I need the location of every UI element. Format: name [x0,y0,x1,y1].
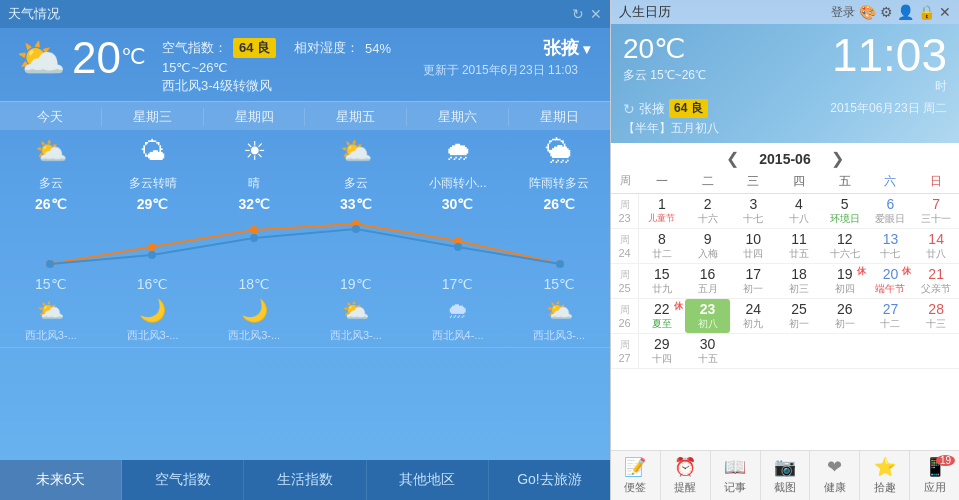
aqi-row: 空气指数： 64 良 相对湿度： 54% [162,38,423,58]
cal-day-next-1[interactable] [730,334,776,368]
lt-dot-2 [250,234,258,242]
tab-life[interactable]: 生活指数 [244,460,366,500]
cal-day-9[interactable]: 9入梅 [685,229,731,263]
tool-reminder[interactable]: ⏰ 提醒 [661,451,711,500]
cal-day-16[interactable]: 16五月 [685,264,731,298]
tab-6days[interactable]: 未来6天 [0,460,122,500]
forecast-low-3: 19℃ [305,276,407,292]
cal-day-1[interactable]: 1儿童节 [639,194,685,228]
cal-time: 11:03 [832,32,947,78]
cal-day-19[interactable]: 19初四休 [822,264,868,298]
close-icon[interactable]: ✕ [590,6,602,22]
weather-tabs: 未来6天 空气指数 生活指数 其他地区 Go!去旅游 [0,460,610,500]
cal-row-4: 周 26 22夏至休 23初八 24初九 25初一 26初一 27十二 28十三 [611,299,959,334]
titlebar-icons: ↻ ✕ [572,6,602,22]
forecast-icon-5: 🌦 [508,136,610,167]
icon-user[interactable]: 👤 [897,4,914,21]
cal-day-7[interactable]: 7三十一 [913,194,959,228]
cal-day-5[interactable]: 5环境日 [822,194,868,228]
weather-info-center: 空气指数： 64 良 相对湿度： 54% 15℃~26℃ 西北风3-4级转微风 [162,36,423,95]
weekday-fri: 五 [822,170,868,193]
cal-day-11[interactable]: 11廿五 [776,229,822,263]
cal-day-24[interactable]: 24初九 [730,299,776,333]
wind-5: 西北风3-... [508,328,610,343]
current-weather: ⛅ 20℃ [16,36,146,80]
week-num-25: 周 25 [611,264,639,298]
cal-refresh-icon[interactable]: ↻ [623,101,635,117]
cal-day-8[interactable]: 8廿二 [639,229,685,263]
wind-3: 西北风3-... [305,328,407,343]
cal-day-23[interactable]: 23初八 [685,299,731,333]
cal-day-15[interactable]: 15廿九 [639,264,685,298]
cal-aqi: 64 良 [669,99,708,118]
cal-day-28[interactable]: 28十三 [913,299,959,333]
weekday-sat: 六 [868,170,914,193]
forecast-desc-3: 多云 [305,175,407,192]
tab-travel[interactable]: Go!去旅游 [489,460,610,500]
cal-day-2[interactable]: 2十六 [685,194,731,228]
icon-lock[interactable]: 🔒 [918,4,935,21]
cal-day-next-3[interactable] [822,334,868,368]
forecast-icon-3: ⛅ [305,136,407,167]
night-icon-1: 🌙 [102,298,204,324]
cal-date: 2015年06月23日 周二 [830,100,947,117]
cal-location: 张掖 [639,100,665,118]
tool-health[interactable]: ❤ 健康 [810,451,860,500]
night-icon-5: ⛅ [508,298,610,324]
cal-day-20[interactable]: 20端午节休 [868,264,914,298]
cal-day-3[interactable]: 3十七 [730,194,776,228]
tool-diary[interactable]: 📖 记事 [711,451,761,500]
forecast-wind-row: 西北风3-... 西北风3-... 西北风3-... 西北风3-... 西北风4… [0,326,610,348]
cal-day-22[interactable]: 22夏至休 [639,299,685,333]
cal-prev-month[interactable]: ❮ [726,149,739,168]
weather-top-row: ⛅ 20℃ 空气指数： 64 良 相对湿度： 54% 15℃~26℃ 西北风3-… [0,28,610,95]
icon-settings[interactable]: ⚙ [880,4,893,21]
week-col-header: 周 [611,170,639,193]
cal-top-main: 20℃ 多云 15℃~26℃ 11:03 时 [623,32,947,95]
cal-next-month[interactable]: ❯ [831,149,844,168]
cal-day-21[interactable]: 21父亲节 [913,264,959,298]
cal-day-17[interactable]: 17初一 [730,264,776,298]
cal-day-29[interactable]: 29十四 [639,334,685,368]
current-temp: 20 [72,33,121,82]
cal-day-25[interactable]: 25初一 [776,299,822,333]
tool-screenshot[interactable]: 📷 截图 [761,451,811,500]
icon-close-cal[interactable]: ✕ [939,4,951,21]
cal-day-30[interactable]: 30十五 [685,334,731,368]
cal-day-14[interactable]: 14廿八 [913,229,959,263]
cal-day-26[interactable]: 26初一 [822,299,868,333]
forecast-day-5: 星期日 [509,108,610,126]
wind-row: 西北风3-4级转微风 [162,77,423,95]
cal-day-13[interactable]: 13十七 [868,229,914,263]
tab-other[interactable]: 其他地区 [367,460,489,500]
cal-day-27[interactable]: 27十二 [868,299,914,333]
cal-day-4[interactable]: 4十八 [776,194,822,228]
humidity-label: 相对湿度： [294,39,359,57]
cal-day-10[interactable]: 10廿四 [730,229,776,263]
forecast-low-5: 15℃ [508,276,610,292]
weekday-sun: 日 [913,170,959,193]
cal-weekday-header: 周 一 二 三 四 五 六 日 [611,170,959,194]
lt-dot-1 [148,251,156,259]
cal-day-18[interactable]: 18初三 [776,264,822,298]
cal-weather-desc: 多云 15℃~26℃ [623,67,706,84]
icon-skin[interactable]: 🎨 [859,4,876,21]
cal-day-12[interactable]: 12十六七 [822,229,868,263]
forecast-day-3: 星期五 [305,108,407,126]
tool-notes[interactable]: 📝 便签 [611,451,661,500]
tool-fun[interactable]: ⭐ 拾趣 [860,451,910,500]
weekday-wed: 三 [730,170,776,193]
cal-day-next-5[interactable] [913,334,959,368]
notes-icon: 📝 [624,456,646,478]
tab-aqi[interactable]: 空气指数 [122,460,244,500]
forecast-low-1: 16℃ [102,276,204,292]
login-btn[interactable]: 登录 [831,4,855,21]
refresh-icon[interactable]: ↻ [572,6,584,22]
cal-day-6[interactable]: 6爱眼日 [868,194,914,228]
weather-location[interactable]: 张掖 [423,36,594,60]
tool-apps[interactable]: 📱 应用 19 [910,451,959,500]
forecast-icon-2: ☀ [203,136,305,167]
cal-day-next-2[interactable] [776,334,822,368]
forecast-night-icons: ⛅ 🌙 🌙 ⛅ 🌧 ⛅ [0,294,610,326]
cal-day-next-4[interactable] [868,334,914,368]
